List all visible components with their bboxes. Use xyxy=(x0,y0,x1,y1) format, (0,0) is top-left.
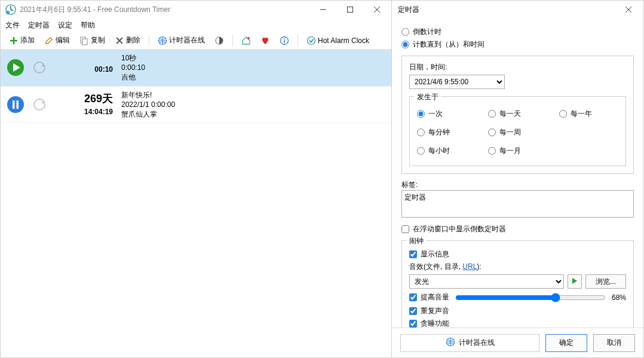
timer-meta: 10秒0:00:10吉他 xyxy=(121,53,145,82)
maximize-button[interactable] xyxy=(336,1,363,19)
showinfo-label: 显示信息 xyxy=(421,249,449,259)
frequency-fieldset: 发生于 一次 每一天 每一年 每分钟 每一周 每小时 每一月 xyxy=(409,96,626,166)
footer-online-link[interactable]: 计时器在线 xyxy=(400,334,539,352)
info-icon xyxy=(280,36,289,45)
close-button[interactable] xyxy=(363,1,390,19)
dialog-close-button[interactable] xyxy=(620,1,637,19)
datetime-label: 日期，时间: xyxy=(409,62,626,72)
svg-rect-5 xyxy=(82,39,87,45)
alarm-legend: 闹钟 xyxy=(407,236,426,246)
tag-textarea[interactable]: 定时器 xyxy=(401,190,634,218)
minimize-button[interactable] xyxy=(309,1,336,19)
url-link[interactable]: URL xyxy=(462,262,477,271)
loop-icon[interactable] xyxy=(33,98,46,111)
browse-button[interactable]: 浏览... xyxy=(585,274,626,289)
repeat-checkbox[interactable] xyxy=(409,307,417,315)
sound-label: 音效(文件, 目录, URL): xyxy=(409,262,626,272)
hot-alarm-button[interactable]: Hot Alarm Clock xyxy=(303,35,373,47)
copy-icon xyxy=(79,36,89,45)
contrast-icon xyxy=(214,36,224,45)
float-checkbox-row[interactable]: 在浮动窗口中显示倒数定时器 xyxy=(401,224,634,234)
home-button[interactable] xyxy=(238,35,254,47)
svg-rect-17 xyxy=(17,100,19,109)
freq-hour[interactable]: 每小时 xyxy=(417,146,476,156)
dialog-body: 倒数计时 计数直到（从）和时间 日期，时间: 2021/4/6 9:55:00 … xyxy=(392,19,643,328)
edit-button[interactable]: 编辑 xyxy=(41,34,73,47)
volume-checkbox[interactable] xyxy=(409,293,417,301)
timer-clock: 00:10 xyxy=(54,62,113,74)
info-button[interactable] xyxy=(276,35,293,47)
menu-help[interactable]: 帮助 xyxy=(81,20,95,30)
online-label: 计时器在线 xyxy=(169,35,205,45)
globe-icon xyxy=(446,337,455,348)
main-window: 2021年4月6日 9:55:41 - Free Countdown Timer… xyxy=(0,0,392,358)
timer-line1: 新年快乐! xyxy=(121,90,175,100)
separator xyxy=(149,35,149,47)
radio-countdown[interactable] xyxy=(401,28,409,36)
mode-countdown-label: 倒数计时 xyxy=(413,27,441,37)
clock-check-icon xyxy=(306,36,316,45)
showinfo-checkbox[interactable] xyxy=(409,250,417,258)
svg-point-10 xyxy=(284,38,285,39)
timer-line2: 2022/1/1 0:00:00 xyxy=(121,100,175,109)
freq-minute[interactable]: 每分钟 xyxy=(417,127,476,137)
play-icon xyxy=(572,277,578,286)
separator xyxy=(298,35,298,47)
svg-point-14 xyxy=(34,62,45,73)
snooze-row[interactable]: 贪睡功能 xyxy=(409,319,626,328)
timer-line2: 0:00:10 xyxy=(121,63,145,72)
loop-icon[interactable] xyxy=(33,61,46,74)
delete-label: 删除 xyxy=(126,35,140,45)
menu-timer[interactable]: 定时器 xyxy=(28,20,50,30)
favorite-button[interactable] xyxy=(257,35,274,47)
sound-select[interactable]: 发光 xyxy=(409,274,564,289)
volume-percent: 68% xyxy=(612,293,626,302)
timer-list: 00:1010秒0:00:10吉他269天14:04:19新年快乐!2022/1… xyxy=(1,50,391,357)
tag-label: 标签: xyxy=(401,180,418,189)
volume-row[interactable]: 提高音量 xyxy=(409,292,449,302)
window-title: 2021年4月6日 9:55:41 - Free Countdown Timer xyxy=(20,5,309,15)
dialog-footer: 计时器在线 确定 取消 xyxy=(392,328,643,357)
cancel-button[interactable]: 取消 xyxy=(593,334,635,352)
mode-target-radio[interactable]: 计数直到（从）和时间 xyxy=(401,39,634,50)
footer-online-label: 计时器在线 xyxy=(459,338,495,348)
separator xyxy=(232,35,233,47)
ok-button[interactable]: 确定 xyxy=(545,334,587,352)
radio-target[interactable] xyxy=(401,41,409,48)
menu-file[interactable]: 文件 xyxy=(5,20,20,30)
x-icon xyxy=(115,36,124,45)
svg-rect-3 xyxy=(347,7,352,13)
freq-day[interactable]: 每一天 xyxy=(488,109,547,119)
plus-icon xyxy=(9,36,19,45)
play-icon[interactable] xyxy=(7,59,24,77)
add-button[interactable]: 添加 xyxy=(5,34,38,47)
dialog-titlebar: 定时器 xyxy=(392,1,643,19)
showinfo-row[interactable]: 显示信息 xyxy=(409,249,626,259)
volume-label: 提高音量 xyxy=(421,292,449,302)
timer-line3: 蟹爪仙人掌 xyxy=(121,109,175,119)
contrast-button[interactable] xyxy=(211,35,228,47)
play-sound-button[interactable] xyxy=(568,274,582,289)
datetime-fieldset: 日期，时间: 2021/4/6 9:55:00 发生于 一次 每一天 每一年 每… xyxy=(401,56,634,174)
pause-icon[interactable] xyxy=(7,96,24,114)
online-button[interactable]: 计时器在线 xyxy=(154,34,208,47)
datetime-select[interactable]: 2021/4/6 9:55:00 xyxy=(409,75,505,89)
float-checkbox[interactable] xyxy=(401,225,409,233)
freq-month[interactable]: 每一月 xyxy=(488,146,547,156)
volume-slider[interactable] xyxy=(455,293,606,302)
home-icon xyxy=(241,36,251,45)
copy-button[interactable]: 复制 xyxy=(76,34,109,47)
timer-row[interactable]: 269天14:04:19新年快乐!2022/1/1 0:00:00蟹爪仙人掌 xyxy=(1,87,391,124)
delete-button[interactable]: 删除 xyxy=(111,34,144,47)
globe-icon xyxy=(158,36,167,45)
svg-point-8 xyxy=(247,37,250,39)
menu-settings[interactable]: 设定 xyxy=(58,20,72,30)
freq-week[interactable]: 每一周 xyxy=(488,127,547,137)
timer-line1: 10秒 xyxy=(121,53,145,63)
timer-row[interactable]: 00:1010秒0:00:10吉他 xyxy=(1,50,391,87)
mode-countdown-radio[interactable]: 倒数计时 xyxy=(401,27,634,37)
freq-once[interactable]: 一次 xyxy=(417,109,476,119)
repeat-row[interactable]: 重复声音 xyxy=(409,306,626,316)
snooze-checkbox[interactable] xyxy=(409,320,417,328)
freq-year[interactable]: 每一年 xyxy=(559,109,618,119)
